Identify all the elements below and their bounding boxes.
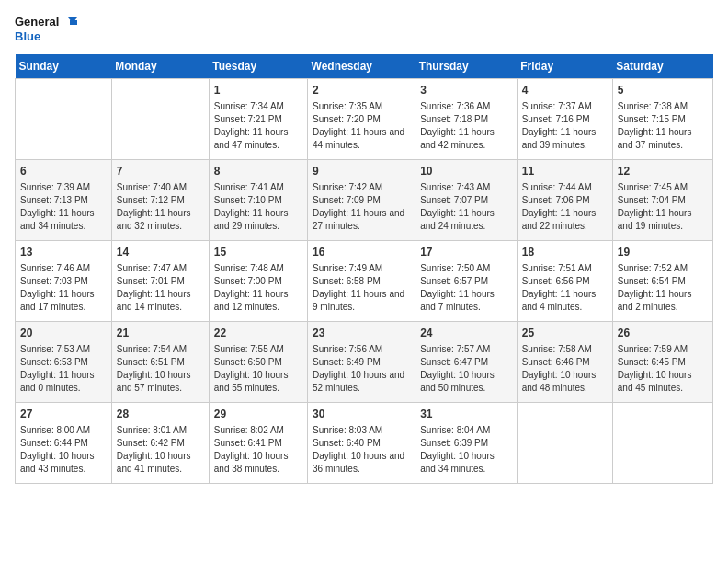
daylight-text: Daylight: 11 hours and 22 minutes. [522,207,608,233]
sunset-text: Sunset: 7:01 PM [117,275,204,288]
sunset-text: Sunset: 7:20 PM [313,113,410,126]
sunset-text: Sunset: 6:39 PM [420,437,512,450]
sunset-text: Sunset: 7:15 PM [618,113,708,126]
sunrise-text: Sunrise: 7:53 AM [20,343,107,356]
calendar-cell: 26Sunrise: 7:59 AMSunset: 6:45 PMDayligh… [612,322,712,403]
calendar-cell: 23Sunrise: 7:56 AMSunset: 6:49 PMDayligh… [308,322,415,403]
daylight-text: Daylight: 10 hours and 57 minutes. [117,369,204,395]
calendar-week-4: 20Sunrise: 7:53 AMSunset: 6:53 PMDayligh… [16,322,713,403]
daylight-text: Daylight: 11 hours and 14 minutes. [117,288,204,314]
sunset-text: Sunset: 6:56 PM [522,275,608,288]
daylight-text: Daylight: 11 hours and 24 minutes. [420,207,512,233]
daylight-text: Daylight: 10 hours and 52 minutes. [313,369,410,395]
day-number: 8 [214,164,302,179]
sunrise-text: Sunrise: 7:34 AM [214,100,302,113]
day-header-sunday: Sunday [16,54,112,79]
sunrise-text: Sunrise: 7:36 AM [420,100,512,113]
logo: General Blue [15,15,77,43]
sunset-text: Sunset: 6:50 PM [214,356,302,369]
sunset-text: Sunset: 6:40 PM [313,437,410,450]
svg-marker-1 [70,20,77,25]
sunset-text: Sunset: 6:42 PM [117,437,204,450]
calendar-cell: 13Sunrise: 7:46 AMSunset: 7:03 PMDayligh… [16,241,112,322]
day-number: 9 [313,164,410,179]
calendar-cell [612,403,712,484]
sunrise-text: Sunrise: 7:41 AM [214,181,302,194]
day-number: 21 [117,326,204,341]
sunrise-text: Sunrise: 7:55 AM [214,343,302,356]
sunrise-text: Sunrise: 8:00 AM [20,424,107,437]
daylight-text: Daylight: 10 hours and 36 minutes. [313,450,410,476]
day-number: 6 [20,164,107,179]
daylight-text: Daylight: 10 hours and 55 minutes. [214,369,302,395]
day-number: 13 [20,245,107,260]
daylight-text: Daylight: 10 hours and 34 minutes. [420,450,512,476]
calendar-cell: 29Sunrise: 8:02 AMSunset: 6:41 PMDayligh… [209,403,307,484]
sunrise-text: Sunrise: 7:50 AM [420,262,512,275]
calendar-cell: 16Sunrise: 7:49 AMSunset: 6:58 PMDayligh… [308,241,415,322]
day-number: 23 [313,326,410,341]
day-number: 7 [117,164,204,179]
day-number: 19 [618,245,708,260]
daylight-text: Daylight: 11 hours and 17 minutes. [20,288,107,314]
calendar-cell: 24Sunrise: 7:57 AMSunset: 6:47 PMDayligh… [415,322,518,403]
calendar-cell: 9Sunrise: 7:42 AMSunset: 7:09 PMDaylight… [308,160,415,241]
calendar-cell: 21Sunrise: 7:54 AMSunset: 6:51 PMDayligh… [111,322,209,403]
daylight-text: Daylight: 10 hours and 48 minutes. [522,369,608,395]
daylight-text: Daylight: 10 hours and 38 minutes. [214,450,302,476]
daylight-text: Daylight: 11 hours and 7 minutes. [420,288,512,314]
daylight-text: Daylight: 11 hours and 34 minutes. [20,207,107,233]
sunrise-text: Sunrise: 7:37 AM [522,100,608,113]
calendar-cell: 6Sunrise: 7:39 AMSunset: 7:13 PMDaylight… [16,160,112,241]
day-number: 12 [618,164,708,179]
sunrise-text: Sunrise: 7:40 AM [117,181,204,194]
sunset-text: Sunset: 6:41 PM [214,437,302,450]
calendar-cell: 18Sunrise: 7:51 AMSunset: 6:56 PMDayligh… [517,241,612,322]
sunset-text: Sunset: 6:44 PM [20,437,107,450]
day-number: 4 [522,83,608,98]
calendar-cell: 7Sunrise: 7:40 AMSunset: 7:12 PMDaylight… [111,160,209,241]
day-number: 16 [313,245,410,260]
day-header-tuesday: Tuesday [209,54,307,79]
day-header-friday: Friday [517,54,612,79]
daylight-text: Daylight: 11 hours and 39 minutes. [522,126,608,152]
sunrise-text: Sunrise: 7:47 AM [117,262,204,275]
calendar-table: SundayMondayTuesdayWednesdayThursdayFrid… [15,54,713,484]
day-number: 11 [522,164,608,179]
day-number: 14 [117,245,204,260]
daylight-text: Daylight: 10 hours and 41 minutes. [117,450,204,476]
calendar-cell: 1Sunrise: 7:34 AMSunset: 7:21 PMDaylight… [209,79,307,160]
sunrise-text: Sunrise: 8:04 AM [420,424,512,437]
daylight-text: Daylight: 11 hours and 2 minutes. [618,288,708,314]
sunset-text: Sunset: 6:53 PM [20,356,107,369]
daylight-text: Daylight: 10 hours and 45 minutes. [618,369,708,395]
sunrise-text: Sunrise: 7:48 AM [214,262,302,275]
sunset-text: Sunset: 6:45 PM [618,356,708,369]
sunset-text: Sunset: 6:58 PM [313,275,410,288]
daylight-text: Daylight: 10 hours and 50 minutes. [420,369,512,395]
daylight-text: Daylight: 10 hours and 43 minutes. [20,450,107,476]
sunrise-text: Sunrise: 7:51 AM [522,262,608,275]
sunset-text: Sunset: 7:18 PM [420,113,512,126]
calendar-cell: 22Sunrise: 7:55 AMSunset: 6:50 PMDayligh… [209,322,307,403]
day-number: 5 [618,83,708,98]
daylight-text: Daylight: 11 hours and 19 minutes. [618,207,708,233]
calendar-cell: 14Sunrise: 7:47 AMSunset: 7:01 PMDayligh… [111,241,209,322]
day-number: 27 [20,407,107,422]
calendar-cell: 10Sunrise: 7:43 AMSunset: 7:07 PMDayligh… [415,160,518,241]
sunrise-text: Sunrise: 8:02 AM [214,424,302,437]
sunset-text: Sunset: 6:57 PM [420,275,512,288]
sunset-text: Sunset: 6:51 PM [117,356,204,369]
sunset-text: Sunset: 7:16 PM [522,113,608,126]
daylight-text: Daylight: 11 hours and 32 minutes. [117,207,204,233]
day-number: 31 [420,407,512,422]
logo-wing-icon [61,16,77,29]
day-number: 3 [420,83,512,98]
day-number: 28 [117,407,204,422]
daylight-text: Daylight: 11 hours and 37 minutes. [618,126,708,152]
sunrise-text: Sunrise: 7:44 AM [522,181,608,194]
calendar-cell: 12Sunrise: 7:45 AMSunset: 7:04 PMDayligh… [612,160,712,241]
daylight-text: Daylight: 11 hours and 0 minutes. [20,369,107,395]
calendar-week-5: 27Sunrise: 8:00 AMSunset: 6:44 PMDayligh… [16,403,713,484]
day-header-saturday: Saturday [612,54,712,79]
